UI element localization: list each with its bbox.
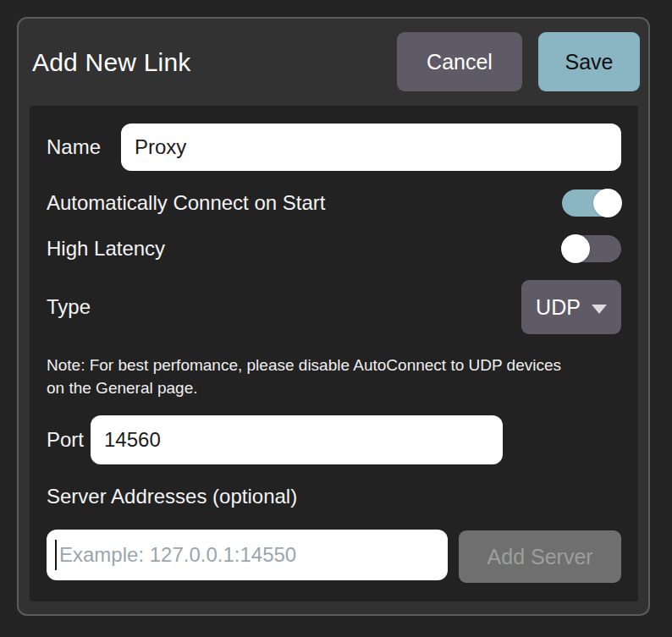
name-row: Name — [47, 124, 621, 171]
name-input[interactable] — [121, 124, 621, 171]
port-input[interactable] — [91, 415, 503, 464]
name-label: Name — [47, 135, 121, 159]
high-latency-toggle[interactable] — [562, 235, 621, 262]
type-label: Type — [47, 295, 91, 319]
note-text: Note: For best perfomance, please disabl… — [47, 354, 621, 399]
server-address-input-wrap — [47, 530, 448, 580]
server-addresses-label: Server Addresses (optional) — [47, 485, 621, 508]
save-button[interactable]: Save — [538, 32, 640, 91]
chevron-down-icon — [592, 305, 607, 314]
autoconnect-label: Automatically Connect on Start — [47, 191, 326, 215]
port-label: Port — [47, 428, 91, 452]
cancel-button[interactable]: Cancel — [397, 32, 522, 91]
dialog-header: Add New Link Cancel Save — [19, 19, 648, 106]
note-line-2: on the General page. — [47, 376, 621, 399]
toggle-knob — [561, 234, 590, 263]
page-title: Add New Link — [32, 19, 191, 106]
type-row: Type UDP — [47, 280, 621, 334]
high-latency-row: High Latency — [47, 234, 621, 262]
type-dropdown-value: UDP — [536, 295, 581, 320]
toggle-knob — [593, 189, 622, 217]
server-address-input[interactable] — [47, 530, 448, 580]
text-cursor — [55, 540, 57, 570]
note-line-1: Note: For best perfomance, please disabl… — [47, 354, 621, 376]
type-dropdown[interactable]: UDP — [521, 280, 621, 334]
server-address-row: Add Server — [47, 530, 621, 583]
port-row: Port — [47, 415, 621, 464]
high-latency-label: High Latency — [47, 237, 165, 261]
link-settings-panel: Name Automatically Connect on Start High… — [30, 106, 638, 601]
add-server-button[interactable]: Add Server — [459, 530, 621, 583]
add-new-link-dialog: Add New Link Cancel Save Name Automatica… — [17, 17, 650, 616]
autoconnect-toggle[interactable] — [562, 189, 621, 217]
autoconnect-row: Automatically Connect on Start — [47, 189, 621, 217]
